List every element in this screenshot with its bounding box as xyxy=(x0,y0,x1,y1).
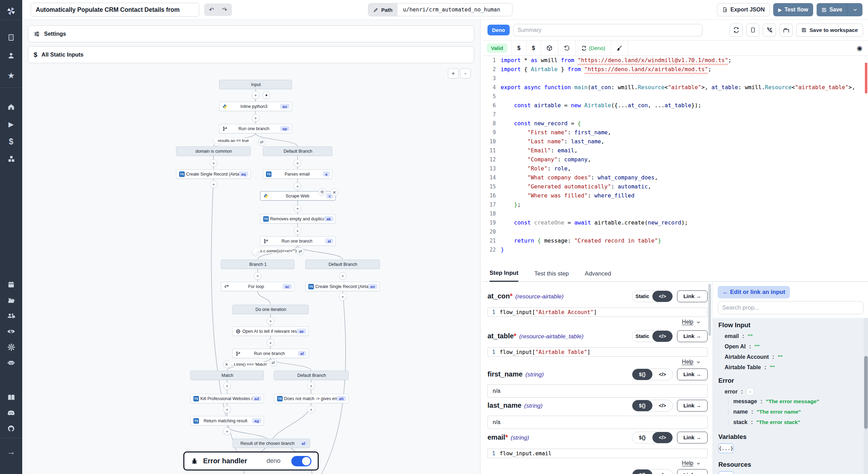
help-link-at_con[interactable]: Help xyxy=(682,319,701,325)
flow-node-default-branch[interactable]: Default Branch xyxy=(305,260,380,269)
toggle-code[interactable]: </> xyxy=(652,469,673,474)
flow-node-do-one-iteration[interactable]: Do one iteration xyxy=(232,305,309,314)
value-input-last_name[interactable]: n/a xyxy=(487,416,708,429)
help-link-at_table[interactable]: Help xyxy=(682,359,701,365)
flow-node-for-loop[interactable]: For loopac xyxy=(221,282,294,291)
flow-node-match[interactable]: Match xyxy=(190,371,264,380)
sidebar-discord-icon[interactable] xyxy=(0,406,22,420)
input-mode-toggle-at_table[interactable]: Static</> xyxy=(632,330,673,342)
delete-step-icon[interactable]: ✕ xyxy=(331,188,338,196)
collapse-button[interactable]: - xyxy=(746,388,754,396)
prop-row-airtable-account[interactable]: Airtable Account:"" xyxy=(725,354,783,360)
flow-node-parses-email[interactable]: TSParses emaila xyxy=(263,169,332,179)
flow-node-create-single-record-airtable-[interactable]: TSCreate Single Record (Airtable)an xyxy=(305,282,380,291)
sidebar-home-icon[interactable] xyxy=(0,100,22,114)
value-input-first_name[interactable]: n/a xyxy=(487,384,708,398)
add-step-button[interactable]: + xyxy=(294,183,301,190)
sidebar-folders-icon[interactable] xyxy=(0,293,22,307)
add-step-button[interactable]: + xyxy=(294,159,301,167)
help-link-email[interactable]: Help xyxy=(682,460,701,466)
toggle-static[interactable]: Static xyxy=(632,291,652,302)
resources-expand-button[interactable]: {...} xyxy=(718,471,734,474)
add-step-button[interactable]: + xyxy=(294,205,301,212)
toggle-code[interactable]: </> xyxy=(652,432,673,443)
flow-node-branch-1[interactable]: Branch 1 xyxy=(221,260,294,269)
add-step-button[interactable]: + xyxy=(252,114,259,122)
sidebar-settings-icon[interactable] xyxy=(0,340,22,354)
flow-node-run-one-branch[interactable]: Run one branchaf xyxy=(232,349,309,358)
flow-node-default-branch[interactable]: Default Branch xyxy=(274,371,349,380)
toggle-static[interactable]: ${} xyxy=(632,432,652,443)
package-icon[interactable] xyxy=(541,41,558,56)
sidebar-workers-icon[interactable] xyxy=(0,356,22,370)
add-step-button[interactable]: + xyxy=(210,159,217,167)
add-step-button[interactable]: + xyxy=(339,293,347,301)
add-step-button[interactable]: + xyxy=(267,339,274,347)
test-flow-button[interactable]: ▶Test flow xyxy=(773,3,813,16)
webhook-call-icon[interactable] xyxy=(763,24,776,37)
add-step-button[interactable]: + xyxy=(252,91,259,99)
move-step-icon[interactable] xyxy=(318,188,326,196)
prop-scrollbar-thumb[interactable] xyxy=(864,356,868,429)
link-button-email[interactable]: Link → xyxy=(677,432,708,443)
link-button-first_name[interactable]: Link → xyxy=(677,369,708,380)
windmill-logo-icon[interactable] xyxy=(0,4,22,18)
sidebar-schedules-icon[interactable] xyxy=(0,278,22,291)
summary-input[interactable] xyxy=(513,24,702,36)
reload-script-icon[interactable] xyxy=(729,24,743,37)
add-step-button[interactable]: + xyxy=(254,272,261,280)
flow-node-open-ai-to-tell-if-relevant-result[interactable]: Open AI to tell if relevant resultae xyxy=(232,327,309,336)
all-static-inputs-bar[interactable]: $ All Static Inputs xyxy=(28,46,474,63)
prop-row-open-ai[interactable]: Open AI:"" xyxy=(725,344,760,350)
undo-button[interactable]: ↶ xyxy=(206,5,217,15)
prop-row-message[interactable]: message:"The error message" xyxy=(728,398,819,405)
expr-editor-email[interactable]: 1flow_input.email xyxy=(487,449,708,458)
flow-node-create-single-record-airtable-[interactable]: TSCreate Single Record (Airtable)aq xyxy=(176,169,251,179)
link-button-next[interactable]: Link → xyxy=(677,469,708,474)
toggle-code[interactable]: </> xyxy=(652,369,673,380)
flow-node-does-not-match-gives-empty-value[interactable]: TSDoes not match -> gives empty valueah xyxy=(274,394,349,403)
tab-step-input[interactable]: Step Input xyxy=(490,270,518,282)
add-step-button[interactable]: + xyxy=(210,180,217,188)
export-json-button[interactable]: Export JSON xyxy=(717,3,770,16)
path-value[interactable]: u/henri/crm_automated_no_human xyxy=(398,3,512,16)
link-button-last_name[interactable]: Link → xyxy=(677,400,708,412)
expand-editor-icon[interactable] xyxy=(779,24,793,37)
input-mode-toggle-email[interactable]: ${}</> xyxy=(632,432,673,443)
flow-node-input[interactable]: Input xyxy=(219,80,292,89)
flow-node-run-one-branch[interactable]: Run one branchap xyxy=(219,124,292,133)
toggle-static[interactable]: ${} xyxy=(632,469,652,474)
error-handler-toggle[interactable] xyxy=(291,456,311,466)
prop-row-stack[interactable]: stack:"The error stack" xyxy=(728,419,800,425)
flow-title-input[interactable]: Automatically Populate CRM Contact Detai… xyxy=(31,3,199,17)
trigger-bolt-icon[interactable] xyxy=(262,91,270,99)
flow-node-result-of-the-chosen-branch[interactable]: Result of the chosen branchaf xyxy=(233,439,310,448)
redo-button[interactable]: ↷ xyxy=(219,5,231,15)
zoom-in-button[interactable]: + xyxy=(448,68,459,78)
expr-editor-at_con[interactable]: 1flow_input["Airtable Account"] xyxy=(487,307,708,317)
add-step-button[interactable]: + xyxy=(267,317,274,325)
language-badge[interactable]: Deno xyxy=(487,25,510,35)
flow-node-run-one-branch[interactable]: Run one branchal xyxy=(260,236,336,246)
sidebar-workspace-icon[interactable] xyxy=(0,31,22,44)
add-step-button[interactable]: + xyxy=(307,406,315,413)
toggle-static[interactable]: Static xyxy=(632,331,652,342)
link-button-at_con[interactable]: Link → xyxy=(677,290,708,302)
toggle-code[interactable]: </> xyxy=(652,291,673,302)
link-button-at_table[interactable]: Link → xyxy=(677,330,708,342)
sidebar-favorites-icon[interactable]: ★ xyxy=(0,69,22,83)
sidebar-user-icon[interactable] xyxy=(0,49,22,62)
zoom-out-button[interactable]: - xyxy=(460,68,471,78)
flow-canvas[interactable]: InputInline python3aoRun one branchapdom… xyxy=(22,20,481,474)
sidebar-github-icon[interactable] xyxy=(0,422,22,435)
sidebar-audit-icon[interactable] xyxy=(0,324,22,338)
diff-view-icon[interactable] xyxy=(746,24,759,37)
toggle-static[interactable]: ${} xyxy=(632,400,652,411)
env-variable-icon[interactable]: $ xyxy=(512,41,526,56)
add-step-button[interactable]: + xyxy=(223,406,231,413)
save-to-workspace-button[interactable]: Save to workspace xyxy=(796,24,863,37)
prop-row-email[interactable]: email:"" xyxy=(725,333,753,339)
prop-search-input[interactable] xyxy=(718,301,863,314)
add-step-button[interactable]: + xyxy=(223,428,231,435)
error-handler-node[interactable]: Error handler deno xyxy=(183,451,319,471)
